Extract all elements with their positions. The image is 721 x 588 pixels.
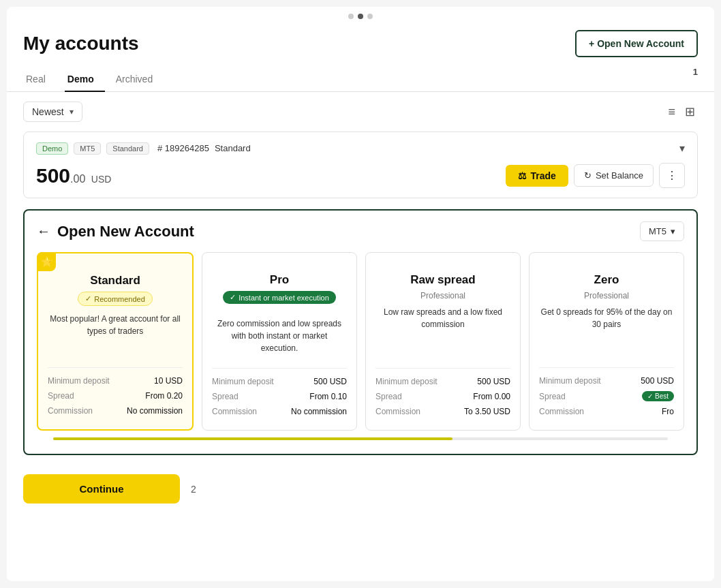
best-spread-badge: ✓ Best <box>642 391 674 401</box>
account-actions: ⚖ Trade ↻ Set Balance ⋮ <box>506 163 685 188</box>
trade-icon: ⚖ <box>518 170 527 181</box>
stat-spread-standard: Spread From 0.20 <box>48 388 183 403</box>
stat-commission-pro: Commission No commission <box>212 404 347 419</box>
stat-commission-raw: Commission To 3.50 USD <box>375 404 510 419</box>
account-type-label: Standard <box>215 143 251 153</box>
section-header: ← Open New Account MT5 ▾ <box>37 221 684 241</box>
card-title-standard: Standard <box>48 274 183 288</box>
card-title-raw: Raw spread <box>375 273 510 287</box>
divider <box>48 367 183 368</box>
dot-1 <box>348 14 354 19</box>
badge-standard: Standard <box>106 142 149 155</box>
account-balance: 500.00 USD ⚖ Trade ↻ Set Balance ⋮ <box>36 163 685 188</box>
balance-main: 500 <box>36 164 70 187</box>
card-title-zero: Zero <box>539 273 674 287</box>
set-balance-button[interactable]: ↻ Set Balance <box>574 164 654 187</box>
account-card-header: Demo MT5 Standard # 189264285 Standard ▾ <box>36 142 685 155</box>
card-subtitle-raw: Professional <box>375 291 510 300</box>
stat-min-deposit-standard: Minimum deposit 10 USD <box>48 373 183 388</box>
trade-button[interactable]: ⚖ Trade <box>506 165 568 187</box>
dot-3 <box>367 14 373 19</box>
step-badge-1: 1 <box>693 67 698 77</box>
continue-button[interactable]: Continue <box>23 474 180 504</box>
stat-spread-raw: Spread From 0.00 <box>375 389 510 404</box>
account-types-grid: ⭐ Standard ✓ Recommended Most popular! A… <box>37 252 684 431</box>
divider-raw <box>375 368 510 369</box>
card-badge-instant: ✓ Instant or market execution <box>223 291 336 304</box>
card-badge-recommended: ✓ Recommended <box>78 292 153 306</box>
tab-archived[interactable]: Archived <box>113 68 164 91</box>
scroll-thumb <box>53 437 452 440</box>
dot-2 <box>358 14 363 19</box>
footer: Continue 2 <box>7 466 714 506</box>
platform-select[interactable]: MT5 ▾ <box>640 221 684 241</box>
stat-min-deposit-pro: Minimum deposit 500 USD <box>212 374 347 389</box>
divider-zero <box>539 367 674 368</box>
card-desc-standard: Most popular! A great account for all ty… <box>48 313 183 354</box>
view-icons: ≡ ⊞ <box>665 102 698 122</box>
best-check-icon: ✓ <box>647 392 653 400</box>
page-title: My accounts <box>23 33 139 55</box>
list-view-button[interactable]: ≡ <box>665 102 678 122</box>
back-arrow-icon[interactable]: ← <box>37 223 50 239</box>
filter-row: Newest ▾ ≡ ⊞ <box>7 92 714 131</box>
divider-pro <box>212 368 347 369</box>
account-badges: Demo MT5 Standard # 189264285 Standard <box>36 142 251 155</box>
stat-min-deposit-zero: Minimum deposit 500 USD <box>539 373 674 388</box>
stat-spread-pro: Spread From 0.10 <box>212 389 347 404</box>
open-account-section: ← Open New Account MT5 ▾ ⭐ Standard ✓ Re… <box>23 209 698 455</box>
grid-view-button[interactable]: ⊞ <box>682 102 698 122</box>
header: My accounts + Open New Account <box>7 23 714 68</box>
platform-chevron-icon: ▾ <box>671 226 675 236</box>
stat-commission-standard: Commission No commission <box>48 403 183 418</box>
account-card: Demo MT5 Standard # 189264285 Standard ▾… <box>23 131 698 198</box>
tab-real[interactable]: Real <box>23 68 57 91</box>
open-new-account-button[interactable]: + Open New Account <box>575 30 698 57</box>
tab-demo[interactable]: Demo <box>65 68 105 91</box>
set-balance-icon: ↻ <box>584 170 592 181</box>
badge-demo: Demo <box>36 142 68 155</box>
scroll-bar-area <box>37 431 684 443</box>
section-title: ← Open New Account <box>37 223 194 241</box>
star-badge-icon: ⭐ <box>37 252 56 271</box>
step-number-2: 2 <box>191 484 196 495</box>
card-title-pro: Pro <box>212 273 347 287</box>
card-desc-zero: Get 0 spreads for 95% of the day on 30 p… <box>539 306 674 354</box>
balance-decimals: .00 <box>70 173 85 185</box>
more-options-button[interactable]: ⋮ <box>659 163 685 188</box>
check-icon-pro: ✓ <box>230 293 236 302</box>
account-type-card-zero[interactable]: Zero Professional Get 0 spreads for 95% … <box>529 252 684 431</box>
account-type-card-pro[interactable]: Pro ✓ Instant or market execution Zero c… <box>202 252 357 431</box>
best-label: Best <box>655 392 669 400</box>
stat-spread-zero: Spread ✓ Best <box>539 388 674 404</box>
stat-commission-zero: Commission Fro <box>539 404 674 419</box>
balance-currency: USD <box>91 174 112 185</box>
scroll-track <box>53 437 668 440</box>
badge-mt5: MT5 <box>74 142 101 155</box>
page-wrapper: My accounts + Open New Account 1 Real De… <box>7 7 714 581</box>
card-subtitle-zero: Professional <box>539 291 674 300</box>
card-desc-pro: Zero commission and low spreads with bot… <box>212 318 347 354</box>
stat-min-deposit-raw: Minimum deposit 500 USD <box>375 374 510 389</box>
account-type-card-raw[interactable]: Raw spread Professional Low raw spreads … <box>365 252 521 431</box>
expand-icon[interactable]: ▾ <box>679 142 685 155</box>
account-id: # 189264285 <box>157 143 209 153</box>
tabs-container: Real Demo Archived <box>7 68 714 92</box>
account-type-card-standard[interactable]: ⭐ Standard ✓ Recommended Most popular! A… <box>37 252 194 431</box>
pagination-dots <box>7 7 714 23</box>
card-desc-raw: Low raw spreads and a low fixed commissi… <box>375 306 510 354</box>
sort-select[interactable]: Newest ▾ <box>23 102 82 122</box>
check-icon: ✓ <box>85 294 91 303</box>
sort-chevron-icon: ▾ <box>70 107 74 117</box>
balance-display: 500.00 USD <box>36 164 111 187</box>
